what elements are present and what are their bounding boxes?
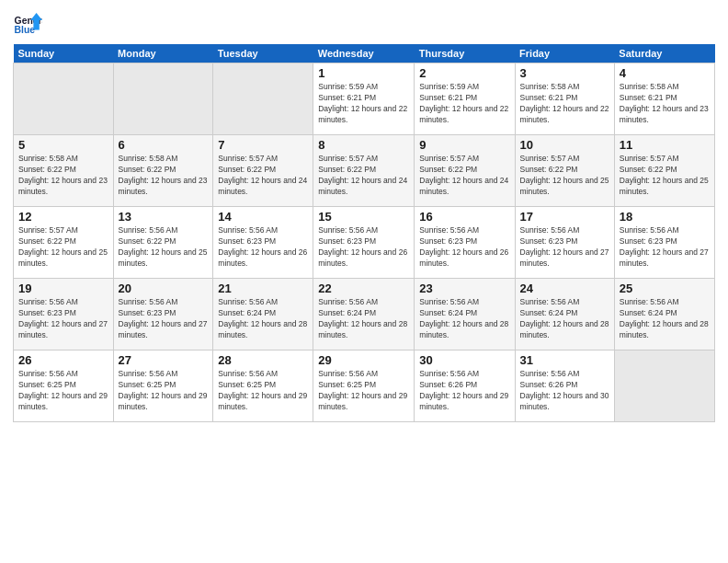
cell-info: Sunrise: 5:56 AMSunset: 6:23 PMDaylight:… — [218, 225, 308, 270]
cell-day-number: 10 — [520, 138, 609, 152]
cell-day-number: 21 — [218, 282, 308, 295]
cell-info: Sunrise: 5:56 AMSunset: 6:24 PMDaylight:… — [318, 297, 409, 341]
calendar-cell: 21Sunrise: 5:56 AMSunset: 6:24 PMDayligh… — [213, 279, 313, 350]
cell-day-number: 27 — [119, 353, 209, 367]
cell-info: Sunrise: 5:56 AMSunset: 6:23 PMDaylight:… — [119, 297, 209, 341]
cell-info: Sunrise: 5:58 AMSunset: 6:22 PMDaylight:… — [18, 154, 108, 198]
weekday-header: Thursday — [415, 44, 515, 63]
cell-day-number: 28 — [218, 353, 308, 367]
calendar-week-row: 26Sunrise: 5:56 AMSunset: 6:25 PMDayligh… — [14, 350, 715, 422]
calendar-cell: 26Sunrise: 5:56 AMSunset: 6:25 PMDayligh… — [14, 350, 114, 422]
cell-day-number: 23 — [419, 282, 509, 295]
calendar-cell: 3Sunrise: 5:58 AMSunset: 6:21 PMDaylight… — [515, 63, 614, 135]
cell-day-number: 17 — [520, 210, 609, 224]
calendar-week-row: 1Sunrise: 5:59 AMSunset: 6:21 PMDaylight… — [14, 63, 715, 135]
cell-info: Sunrise: 5:56 AMSunset: 6:26 PMDaylight:… — [419, 369, 509, 413]
calendar-cell: 10Sunrise: 5:57 AMSunset: 6:22 PMDayligh… — [515, 135, 614, 207]
calendar-cell — [213, 63, 313, 135]
cell-info: Sunrise: 5:56 AMSunset: 6:23 PMDaylight:… — [520, 225, 609, 270]
calendar-cell: 1Sunrise: 5:59 AMSunset: 6:21 PMDaylight… — [313, 63, 415, 135]
cell-info: Sunrise: 5:56 AMSunset: 6:22 PMDaylight:… — [119, 225, 209, 270]
cell-day-number: 29 — [318, 353, 409, 367]
calendar-body: 1Sunrise: 5:59 AMSunset: 6:21 PMDaylight… — [14, 63, 715, 422]
cell-day-number: 5 — [18, 138, 108, 152]
calendar-cell: 13Sunrise: 5:56 AMSunset: 6:22 PMDayligh… — [113, 207, 213, 279]
calendar-cell: 7Sunrise: 5:57 AMSunset: 6:22 PMDaylight… — [213, 135, 313, 207]
calendar-week-row: 19Sunrise: 5:56 AMSunset: 6:23 PMDayligh… — [14, 279, 715, 350]
cell-day-number: 25 — [620, 282, 710, 295]
weekday-header: Friday — [515, 44, 614, 63]
cell-info: Sunrise: 5:58 AMSunset: 6:22 PMDaylight:… — [119, 154, 209, 198]
cell-day-number: 26 — [18, 353, 108, 367]
cell-info: Sunrise: 5:56 AMSunset: 6:26 PMDaylight:… — [520, 369, 609, 413]
cell-day-number: 31 — [520, 353, 609, 367]
cell-info: Sunrise: 5:58 AMSunset: 6:21 PMDaylight:… — [620, 82, 710, 126]
cell-info: Sunrise: 5:56 AMSunset: 6:25 PMDaylight:… — [119, 369, 209, 413]
calendar-cell: 17Sunrise: 5:56 AMSunset: 6:23 PMDayligh… — [515, 207, 614, 279]
calendar-cell: 12Sunrise: 5:57 AMSunset: 6:22 PMDayligh… — [14, 207, 114, 279]
calendar-cell: 19Sunrise: 5:56 AMSunset: 6:23 PMDayligh… — [14, 279, 114, 350]
cell-info: Sunrise: 5:59 AMSunset: 6:21 PMDaylight:… — [318, 82, 409, 126]
calendar-cell: 25Sunrise: 5:56 AMSunset: 6:24 PMDayligh… — [614, 279, 714, 350]
cell-day-number: 18 — [620, 210, 710, 224]
weekday-header: Saturday — [614, 44, 714, 63]
calendar-cell: 30Sunrise: 5:56 AMSunset: 6:26 PMDayligh… — [415, 350, 515, 422]
weekday-header: Sunday — [14, 44, 114, 63]
calendar-cell — [113, 63, 213, 135]
cell-info: Sunrise: 5:56 AMSunset: 6:23 PMDaylight:… — [18, 297, 108, 341]
cell-day-number: 1 — [318, 66, 409, 80]
header-row: SundayMondayTuesdayWednesdayThursdayFrid… — [14, 44, 715, 63]
cell-info: Sunrise: 5:57 AMSunset: 6:22 PMDaylight:… — [218, 154, 308, 198]
cell-day-number: 30 — [419, 353, 509, 367]
cell-info: Sunrise: 5:56 AMSunset: 6:24 PMDaylight:… — [520, 297, 609, 341]
svg-text:Blue: Blue — [15, 25, 36, 35]
calendar-cell: 18Sunrise: 5:56 AMSunset: 6:23 PMDayligh… — [614, 207, 714, 279]
cell-day-number: 12 — [18, 210, 108, 224]
cell-info: Sunrise: 5:59 AMSunset: 6:21 PMDaylight:… — [419, 82, 509, 126]
cell-info: Sunrise: 5:56 AMSunset: 6:24 PMDaylight:… — [419, 297, 509, 341]
cell-day-number: 4 — [620, 66, 710, 80]
cell-day-number: 20 — [119, 282, 209, 295]
weekday-header: Monday — [113, 44, 213, 63]
calendar-cell: 20Sunrise: 5:56 AMSunset: 6:23 PMDayligh… — [113, 279, 213, 350]
logo: General Blue — [13, 9, 42, 39]
header: General Blue — [13, 9, 715, 39]
cell-day-number: 6 — [119, 138, 209, 152]
weekday-header: Wednesday — [313, 44, 415, 63]
cell-info: Sunrise: 5:56 AMSunset: 6:23 PMDaylight:… — [620, 225, 710, 270]
cell-info: Sunrise: 5:56 AMSunset: 6:24 PMDaylight:… — [620, 297, 710, 341]
logo-icon: General Blue — [13, 9, 42, 39]
cell-info: Sunrise: 5:56 AMSunset: 6:25 PMDaylight:… — [218, 369, 308, 413]
calendar-cell: 2Sunrise: 5:59 AMSunset: 6:21 PMDaylight… — [415, 63, 515, 135]
cell-day-number: 16 — [419, 210, 509, 224]
calendar-cell: 27Sunrise: 5:56 AMSunset: 6:25 PMDayligh… — [113, 350, 213, 422]
calendar-cell — [14, 63, 114, 135]
calendar-cell: 15Sunrise: 5:56 AMSunset: 6:23 PMDayligh… — [313, 207, 415, 279]
calendar-header: SundayMondayTuesdayWednesdayThursdayFrid… — [14, 44, 715, 63]
calendar-week-row: 5Sunrise: 5:58 AMSunset: 6:22 PMDaylight… — [14, 135, 715, 207]
cell-day-number: 8 — [318, 138, 409, 152]
cell-info: Sunrise: 5:56 AMSunset: 6:23 PMDaylight:… — [419, 225, 509, 270]
cell-info: Sunrise: 5:58 AMSunset: 6:21 PMDaylight:… — [520, 82, 609, 126]
calendar-cell: 11Sunrise: 5:57 AMSunset: 6:22 PMDayligh… — [614, 135, 714, 207]
cell-day-number: 22 — [318, 282, 409, 295]
cell-day-number: 11 — [620, 138, 710, 152]
cell-info: Sunrise: 5:57 AMSunset: 6:22 PMDaylight:… — [18, 225, 108, 270]
cell-info: Sunrise: 5:57 AMSunset: 6:22 PMDaylight:… — [620, 154, 710, 198]
calendar-cell: 24Sunrise: 5:56 AMSunset: 6:24 PMDayligh… — [515, 279, 614, 350]
cell-info: Sunrise: 5:57 AMSunset: 6:22 PMDaylight:… — [318, 154, 409, 198]
calendar-cell: 28Sunrise: 5:56 AMSunset: 6:25 PMDayligh… — [213, 350, 313, 422]
calendar-cell: 23Sunrise: 5:56 AMSunset: 6:24 PMDayligh… — [415, 279, 515, 350]
weekday-header: Tuesday — [213, 44, 313, 63]
cell-day-number: 3 — [520, 66, 609, 80]
calendar-cell — [614, 350, 714, 422]
page: General Blue SundayMondayTuesdayWednesda… — [0, 0, 728, 563]
calendar-table: SundayMondayTuesdayWednesdayThursdayFrid… — [13, 44, 715, 422]
calendar-cell: 5Sunrise: 5:58 AMSunset: 6:22 PMDaylight… — [14, 135, 114, 207]
calendar-cell: 14Sunrise: 5:56 AMSunset: 6:23 PMDayligh… — [213, 207, 313, 279]
calendar-cell: 9Sunrise: 5:57 AMSunset: 6:22 PMDaylight… — [415, 135, 515, 207]
cell-day-number: 13 — [119, 210, 209, 224]
cell-info: Sunrise: 5:57 AMSunset: 6:22 PMDaylight:… — [520, 154, 609, 198]
calendar-cell: 8Sunrise: 5:57 AMSunset: 6:22 PMDaylight… — [313, 135, 415, 207]
calendar-cell: 6Sunrise: 5:58 AMSunset: 6:22 PMDaylight… — [113, 135, 213, 207]
